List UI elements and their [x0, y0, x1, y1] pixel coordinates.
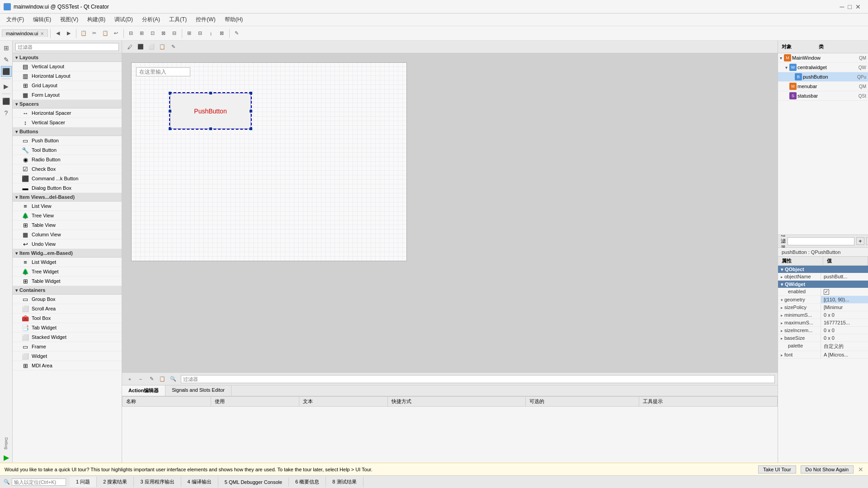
widget-radio-button[interactable]: ◉ Radio Button: [13, 155, 122, 164]
prop-row-maximums[interactable]: ▸maximumS... 16777215...: [778, 319, 868, 327]
do-not-show-button[interactable]: Do Not Show Again: [801, 465, 854, 474]
canvas-search-input[interactable]: [136, 67, 190, 76]
tool-edit[interactable]: ✎: [1, 54, 12, 65]
file-tab-close[interactable]: ✕: [40, 31, 44, 36]
handle-top-center[interactable]: [209, 92, 212, 94]
toolbar-btn-1[interactable]: ◀: [53, 28, 63, 38]
sizepolicy-expand[interactable]: ▸: [781, 305, 783, 310]
action-add-btn[interactable]: +: [125, 374, 135, 384]
toolbar-btn-6[interactable]: ↩: [111, 28, 121, 38]
toolbar-btn-5[interactable]: 📋: [100, 28, 110, 38]
obj-row-mainwindow[interactable]: ▾ M MainWindow QM: [778, 53, 868, 63]
handle-bottom-center[interactable]: [209, 127, 212, 130]
tour-close-icon[interactable]: ✕: [858, 466, 863, 473]
obj-row-centralwidget[interactable]: ▾ W centralwidget QW: [778, 63, 868, 72]
obj-row-statusbar[interactable]: ▸ S statusbar QSt: [778, 91, 868, 101]
widget-tool-box[interactable]: 🧰 Tool Box: [13, 314, 122, 323]
bottom-tab-overview[interactable]: 6 概要信息: [289, 477, 326, 487]
expand-mainwindow[interactable]: ▾: [780, 56, 782, 61]
widget-check-box[interactable]: ☑ Check Box: [13, 164, 122, 174]
geometry-expand[interactable]: ▾: [781, 298, 783, 302]
widget-scroll-area[interactable]: ⬜ Scroll Area: [13, 304, 122, 314]
menu-controls[interactable]: 控件(W): [191, 14, 220, 25]
expand-centralwidget[interactable]: ▾: [785, 65, 788, 70]
basesize-expand[interactable]: ▸: [781, 336, 783, 341]
widget-stacked-widget[interactable]: ⬜ Stacked Widget: [13, 333, 122, 342]
prop-row-palette[interactable]: palette 自定义的: [778, 342, 868, 351]
bottom-tab-test[interactable]: 8 测试结果: [326, 477, 363, 487]
minimize-button[interactable]: ─: [840, 3, 844, 10]
category-spacers[interactable]: ▾ Spacers: [13, 100, 122, 108]
prop-row-sizeincrem[interactable]: ▸sizeIncrem... 0 x 0: [778, 327, 868, 334]
prop-val-sizeincrem[interactable]: 0 x 0: [821, 327, 868, 334]
prop-val-objectname[interactable]: pushButt...: [821, 273, 868, 280]
canvas-container[interactable]: PushButton: [122, 53, 778, 372]
handle-middle-right[interactable]: [250, 110, 252, 113]
handle-bottom-right[interactable]: [250, 127, 252, 130]
bottom-tab-app-output[interactable]: 3 应用程序输出: [134, 477, 181, 487]
minimums-expand[interactable]: ▸: [781, 313, 783, 318]
widget-tree-widget[interactable]: 🌲 Tree Widget: [13, 267, 122, 277]
menu-build[interactable]: 构建(B): [83, 14, 110, 25]
tool-debug-label[interactable]: Debug: [1, 436, 12, 451]
menu-view[interactable]: 视图(V): [56, 14, 83, 25]
file-tab[interactable]: mainwindow.ui ✕: [2, 29, 48, 37]
widget-tool-button[interactable]: 🔧 Tool Button: [13, 145, 122, 155]
bottom-tab-qml-debug[interactable]: 5 QML Debugger Console: [218, 478, 289, 487]
tool-project[interactable]: ⬛: [1, 96, 12, 107]
bottom-tab-problems[interactable]: 1 问题: [70, 477, 97, 487]
enabled-checkbox[interactable]: ✓: [824, 289, 829, 295]
canvas-tool-2[interactable]: ⬛: [136, 42, 146, 52]
widget-vertical-layout[interactable]: ▤ Vertical Layout: [13, 62, 122, 71]
widget-table-widget[interactable]: ⊞ Table Widget: [13, 277, 122, 286]
sizeincrem-expand[interactable]: ▸: [781, 328, 783, 333]
action-del-btn[interactable]: −: [136, 374, 146, 384]
tab-signals-slots[interactable]: Signals and Slots Editor: [165, 385, 231, 396]
prop-section-qobject[interactable]: ▾ QObject: [778, 266, 868, 273]
prop-row-enabled[interactable]: enabled ✓: [778, 288, 868, 296]
action-filter-btn[interactable]: 🔍: [168, 374, 178, 384]
toolbar-btn-a3[interactable]: ↕: [206, 28, 216, 38]
widget-dialog-button-box[interactable]: ▬ Dialog Button Box: [13, 183, 122, 193]
push-button-widget[interactable]: PushButton: [169, 92, 252, 130]
menu-analyze[interactable]: 分析(A): [137, 14, 165, 25]
canvas-tool-4[interactable]: 📋: [157, 42, 167, 52]
property-add-btn[interactable]: +: [856, 237, 864, 245]
obj-row-pushbutton[interactable]: ▸ B pushButton QPu: [778, 72, 868, 82]
tool-design[interactable]: ⬛: [1, 66, 12, 77]
maximize-button[interactable]: □: [848, 3, 852, 10]
toolbar-btn-layout-s[interactable]: ⊟: [170, 28, 179, 38]
action-filter-input[interactable]: [181, 375, 775, 383]
toolbar-btn-layout-v[interactable]: ⊞: [137, 28, 147, 38]
canvas-tool-5[interactable]: ✎: [168, 42, 178, 52]
canvas-tool-3[interactable]: ⬜: [146, 42, 156, 52]
canvas-tool-1[interactable]: 🖊: [125, 42, 135, 52]
prop-row-font[interactable]: ▸font A [Micros...: [778, 351, 868, 359]
category-layouts[interactable]: ▾ Layouts: [13, 53, 122, 62]
widget-command-button[interactable]: ⬛ Command ...k Button: [13, 174, 122, 183]
prop-val-minimums[interactable]: 0 x 0: [821, 311, 868, 319]
category-containers[interactable]: ▾ Containers: [13, 286, 122, 295]
toolbar-btn-layout-g[interactable]: ⊡: [148, 28, 158, 38]
widget-filter-input[interactable]: [15, 43, 119, 51]
tab-action-editor[interactable]: Action编辑器: [122, 385, 165, 396]
toolbar-btn-a1[interactable]: ⊞: [184, 28, 194, 38]
tool-welcome[interactable]: ⊞: [1, 42, 12, 53]
toolbar-btn-a2[interactable]: ⊟: [195, 28, 205, 38]
bottom-tab-compile[interactable]: 4 编译输出: [181, 477, 218, 487]
widget-push-button[interactable]: ▭ Push Button: [13, 136, 122, 145]
prop-row-geometry[interactable]: ▾geometry [(110, 90)...: [778, 296, 868, 304]
prop-val-font[interactable]: A [Micros...: [821, 351, 868, 358]
property-remove-btn[interactable]: -: [866, 237, 868, 245]
toolbar-btn-3[interactable]: 📋: [79, 28, 89, 38]
widget-horizontal-layout[interactable]: ▥ Horizontal Layout: [13, 71, 122, 81]
widget-mdi-area[interactable]: ⊞ MDI Area: [13, 361, 122, 371]
bottom-locate-input[interactable]: [12, 479, 66, 486]
widget-frame[interactable]: ▭ Frame: [13, 342, 122, 352]
font-expand[interactable]: ▸: [781, 353, 783, 357]
widget-table-view[interactable]: ⊞ Table View: [13, 221, 122, 230]
menu-edit[interactable]: 编辑(E): [28, 14, 56, 25]
objectname-expand[interactable]: ▸: [781, 275, 783, 279]
prop-val-geometry[interactable]: [(110, 90)...: [821, 296, 868, 303]
handle-top-left[interactable]: [169, 92, 171, 94]
